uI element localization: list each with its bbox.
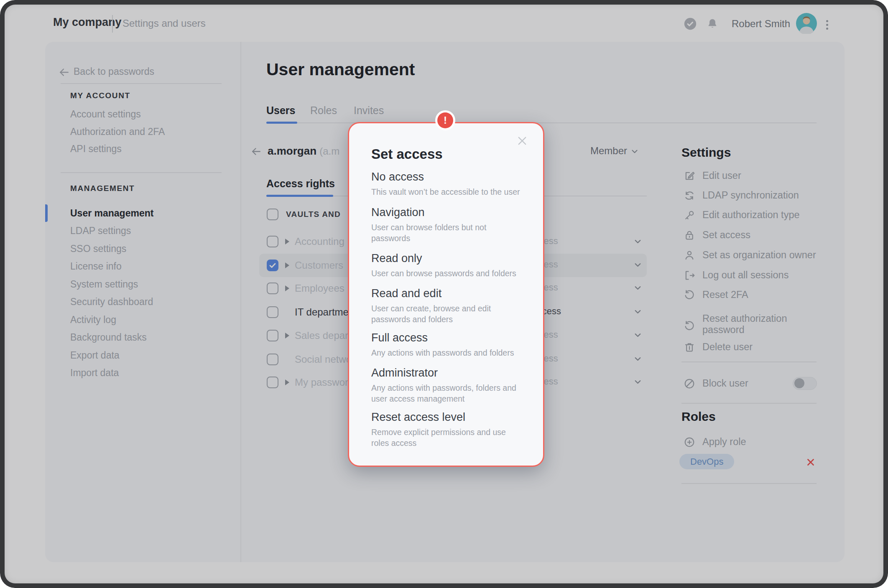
access-option-read-only[interactable]: Read only User can browse passwords and … xyxy=(371,252,528,279)
access-option-read-and-edit[interactable]: Read and edit User can create, browse an… xyxy=(371,287,528,325)
exclamation-badge: ! xyxy=(435,110,455,130)
close-icon[interactable] xyxy=(516,135,528,147)
access-option-reset-access-level[interactable]: Reset access level Remove explicit permi… xyxy=(371,411,528,448)
set-access-modal: Set access No access This vault won’t be… xyxy=(348,122,544,467)
modal-title: Set access xyxy=(371,146,443,162)
app-window: My company Settings and users Robert Smi… xyxy=(0,0,888,588)
access-option-navigation[interactable]: Navigation User can browse folders but n… xyxy=(371,206,528,244)
access-option-administrator[interactable]: Administrator Any actions with passwords… xyxy=(371,367,528,404)
access-option-full-access[interactable]: Full access Any actions with passwords a… xyxy=(371,331,528,358)
access-option-no-access[interactable]: No access This vault won’t be accessible… xyxy=(371,171,528,197)
